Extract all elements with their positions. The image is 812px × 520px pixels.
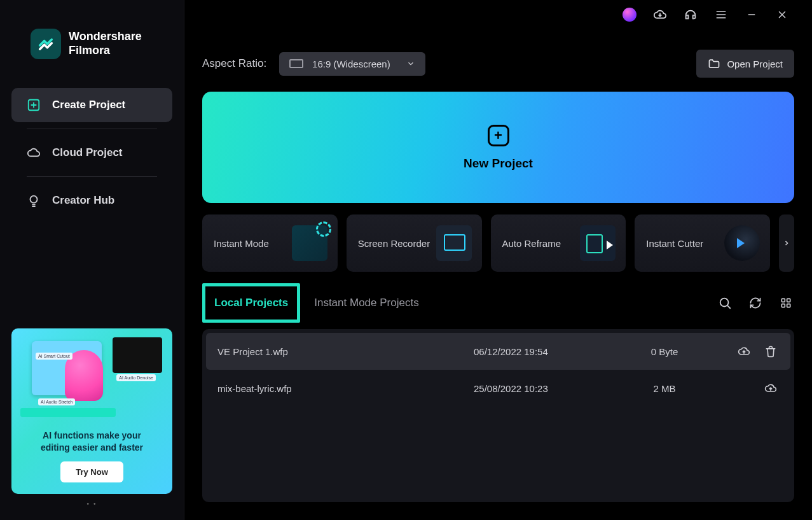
project-row-actions bbox=[715, 380, 779, 397]
sidebar: Wondershare Filmora Create Project Cloud… bbox=[0, 0, 184, 520]
project-name: VE Project 1.wfp bbox=[217, 346, 474, 357]
trash-icon[interactable] bbox=[762, 343, 779, 360]
project-size: 2 MB bbox=[614, 383, 715, 394]
cloud-icon bbox=[27, 146, 41, 160]
app-logo: Wondershare Filmora bbox=[31, 29, 172, 59]
project-row[interactable]: VE Project 1.wfp 06/12/2022 19:54 0 Byte bbox=[206, 333, 790, 370]
promo-cta-button[interactable]: Try Now bbox=[60, 461, 123, 482]
mode-card-label: Instant Cutter bbox=[646, 238, 703, 249]
window-minimize-icon[interactable] bbox=[743, 6, 760, 23]
open-project-label: Open Project bbox=[727, 59, 783, 69]
instant-cutter-icon bbox=[724, 225, 760, 261]
cloud-upload-icon[interactable] bbox=[762, 380, 779, 397]
aspect-ratio-group: Aspect Ratio: 16:9 (Widescreen) bbox=[202, 52, 425, 76]
mode-card-screen-recorder[interactable]: Screen Recorder bbox=[347, 214, 482, 272]
promo-illustration: AI Smart Cutout AI Audio Denoise AI Audi… bbox=[20, 337, 163, 423]
scroll-right-button[interactable] bbox=[779, 214, 794, 272]
sidebar-item-label: Creator Hub bbox=[52, 194, 114, 207]
promo-badge: AI Audio Stretch bbox=[38, 398, 75, 405]
headset-icon[interactable] bbox=[682, 6, 699, 23]
promo-text: AI functions make your editing easier an… bbox=[41, 430, 143, 454]
plus-icon: + bbox=[488, 125, 509, 146]
promo-badge: AI Smart Cutout bbox=[36, 353, 72, 360]
tab-local-projects[interactable]: Local Projects bbox=[202, 283, 300, 323]
new-project-label: New Project bbox=[464, 157, 533, 171]
cloud-download-icon[interactable] bbox=[652, 6, 668, 23]
promo-text-line: AI functions make your bbox=[41, 430, 143, 442]
grid-view-icon[interactable] bbox=[778, 295, 794, 311]
mode-card-label: Auto Reframe bbox=[502, 238, 561, 249]
mode-card-label: Instant Mode bbox=[214, 238, 269, 249]
project-size: 0 Byte bbox=[614, 346, 715, 357]
project-date: 25/08/2022 10:23 bbox=[474, 383, 614, 394]
sidebar-nav: Create Project Cloud Project Creator Hub bbox=[11, 88, 172, 218]
new-project-hero[interactable]: + New Project bbox=[202, 92, 794, 203]
project-tabs: Local Projects Instant Mode Projects bbox=[202, 283, 794, 323]
svg-rect-4 bbox=[787, 299, 790, 302]
plus-square-icon bbox=[27, 98, 41, 112]
project-row-actions bbox=[715, 343, 779, 360]
sidebar-item-label: Create Project bbox=[52, 99, 125, 111]
logo-text: Wondershare Filmora bbox=[69, 30, 142, 57]
project-date: 06/12/2022 19:54 bbox=[474, 346, 614, 357]
folder-icon bbox=[708, 57, 720, 70]
brand-line1: Wondershare bbox=[69, 30, 142, 44]
svg-rect-5 bbox=[781, 304, 785, 307]
project-name: mix-beat-lyric.wfp bbox=[217, 383, 474, 394]
project-tabs-actions bbox=[717, 295, 794, 311]
sidebar-item-create-project[interactable]: Create Project bbox=[11, 88, 172, 122]
refresh-icon[interactable] bbox=[747, 295, 764, 311]
svg-point-1 bbox=[31, 196, 38, 203]
main-panel: Aspect Ratio: 16:9 (Widescreen) Open Pro… bbox=[184, 0, 812, 520]
brand-line2: Filmora bbox=[69, 44, 142, 58]
instant-mode-icon bbox=[292, 225, 327, 261]
menu-icon[interactable] bbox=[713, 6, 729, 23]
carousel-dots[interactable]: • • bbox=[11, 500, 172, 507]
mode-card-auto-reframe[interactable]: Auto Reframe bbox=[491, 214, 626, 272]
divider bbox=[27, 129, 157, 129]
aspect-ratio-icon bbox=[289, 59, 303, 68]
svg-point-2 bbox=[720, 299, 729, 307]
mode-card-instant-mode[interactable]: Instant Mode bbox=[202, 214, 338, 272]
aspect-ratio-select[interactable]: 16:9 (Widescreen) bbox=[279, 52, 425, 76]
auto-reframe-icon bbox=[580, 225, 616, 261]
window-titlebar bbox=[202, 0, 794, 29]
promo-card[interactable]: AI Smart Cutout AI Audio Denoise AI Audi… bbox=[11, 328, 172, 494]
profile-icon[interactable] bbox=[621, 6, 638, 23]
toolbar: Aspect Ratio: 16:9 (Widescreen) Open Pro… bbox=[202, 50, 794, 78]
sidebar-item-cloud-project[interactable]: Cloud Project bbox=[11, 136, 172, 170]
mode-card-instant-cutter[interactable]: Instant Cutter bbox=[635, 214, 770, 272]
window-close-icon[interactable] bbox=[774, 6, 790, 23]
divider bbox=[27, 176, 157, 177]
tab-instant-mode-projects[interactable]: Instant Mode Projects bbox=[305, 289, 427, 317]
logo-mark-icon bbox=[31, 29, 61, 59]
search-icon[interactable] bbox=[717, 295, 733, 311]
svg-rect-3 bbox=[781, 299, 785, 302]
bulb-icon bbox=[27, 193, 41, 207]
aspect-ratio-value: 16:9 (Widescreen) bbox=[312, 59, 390, 69]
project-list: VE Project 1.wfp 06/12/2022 19:54 0 Byte… bbox=[202, 329, 794, 502]
chevron-down-icon bbox=[406, 59, 415, 68]
mode-cards-row: Instant Mode Screen Recorder Auto Refram… bbox=[202, 214, 794, 272]
promo-text-line: editing easier and faster bbox=[41, 442, 143, 454]
sidebar-item-label: Cloud Project bbox=[52, 146, 123, 159]
mode-card-label: Screen Recorder bbox=[358, 238, 430, 249]
svg-rect-6 bbox=[787, 304, 790, 307]
project-row[interactable]: mix-beat-lyric.wfp 25/08/2022 10:23 2 MB bbox=[206, 370, 790, 407]
aspect-ratio-label: Aspect Ratio: bbox=[202, 57, 266, 70]
open-project-button[interactable]: Open Project bbox=[696, 50, 794, 78]
sidebar-item-creator-hub[interactable]: Creator Hub bbox=[11, 183, 172, 218]
cloud-upload-icon[interactable] bbox=[736, 343, 752, 360]
screen-recorder-icon bbox=[436, 225, 472, 261]
promo-badge: AI Audio Denoise bbox=[116, 374, 156, 381]
